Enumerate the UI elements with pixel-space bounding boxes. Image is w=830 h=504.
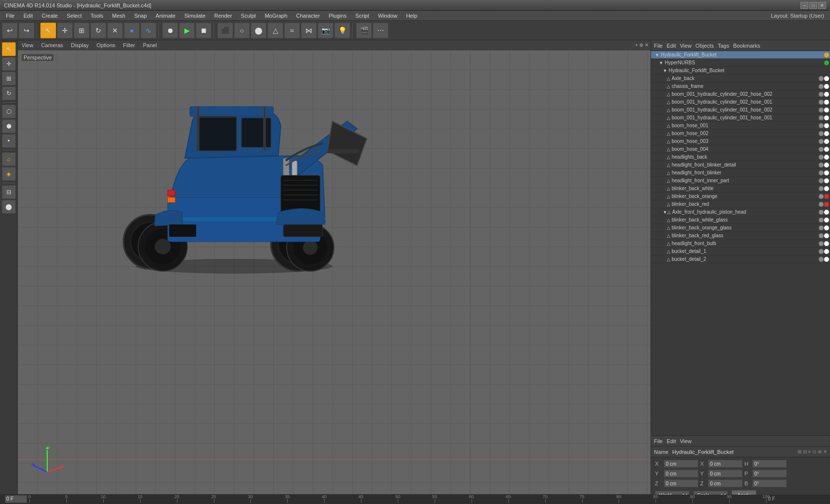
- sphere-button[interactable]: ○: [234, 23, 250, 38]
- menu-render[interactable]: Render: [210, 12, 236, 20]
- cube-button[interactable]: ⬛: [217, 23, 233, 38]
- object-tool[interactable]: ✕: [107, 23, 123, 38]
- viewport-options-menu[interactable]: Options: [94, 41, 117, 49]
- menu-tools[interactable]: Tools: [87, 12, 107, 20]
- rp-tags[interactable]: Tags: [718, 43, 729, 49]
- renderqueue-button[interactable]: ⋯: [373, 23, 388, 38]
- polygon-tool[interactable]: ⬡: [2, 105, 16, 118]
- menu-help[interactable]: Help: [402, 12, 421, 20]
- viewport-filter-menu[interactable]: Filter: [121, 41, 137, 49]
- viewport-display-menu[interactable]: Display: [69, 41, 90, 49]
- rp-file[interactable]: File: [654, 43, 663, 49]
- rb-file[interactable]: File: [654, 438, 663, 444]
- tree-bucket-detail-1[interactable]: △ bucket_detail_1: [651, 248, 830, 255]
- maximize-button[interactable]: □: [809, 2, 817, 9]
- timeline-current-frame[interactable]: [5, 495, 27, 503]
- coord-z-rot[interactable]: [708, 479, 742, 487]
- menu-file[interactable]: File: [2, 12, 19, 20]
- rp-edit[interactable]: Edit: [667, 43, 676, 49]
- menu-mograph[interactable]: MoGraph: [261, 12, 291, 20]
- tree-boom-hose-003[interactable]: △ boom_hose_003: [651, 138, 830, 145]
- close-button[interactable]: ✕: [818, 2, 826, 9]
- tree-blinker-white-glass[interactable]: △ blinker_back_white_glass: [651, 216, 830, 224]
- rotate-object-tool[interactable]: ↻: [2, 86, 16, 100]
- tree-axle-front-piston[interactable]: ▼△ Axle_front_hydraulic_piston_head: [651, 208, 830, 216]
- anim-record[interactable]: ⏺: [162, 23, 178, 38]
- coord-x-pos[interactable]: [664, 460, 698, 468]
- rp-objects[interactable]: Objects: [695, 43, 713, 49]
- tree-boom-hose-004[interactable]: △ boom_hose_004: [651, 145, 830, 153]
- viewport-cameras-menu[interactable]: Cameras: [39, 41, 65, 49]
- object-tree[interactable]: ▼ Hydraulic_Forklift_Bucket ▼ HyperNURBS…: [651, 51, 830, 435]
- tree-headlight-inner[interactable]: △ headlight_front_inner_part: [651, 177, 830, 185]
- move-object-tool[interactable]: ✛: [2, 57, 16, 71]
- rp-view[interactable]: View: [680, 43, 692, 49]
- tree-axle-back[interactable]: △ Axle_back: [651, 75, 830, 83]
- coord-h[interactable]: [752, 460, 787, 468]
- tree-chassis-frame[interactable]: △ chassis_frame: [651, 83, 830, 90]
- menu-select[interactable]: Select: [63, 12, 86, 20]
- menu-mesh[interactable]: Mesh: [108, 12, 129, 20]
- rotate-tool[interactable]: ↻: [90, 23, 106, 38]
- menu-simulate[interactable]: Simulate: [180, 12, 209, 20]
- tree-boom-hose-1-002[interactable]: △ boom_001_hydraulic_cylinder_001_hose_0…: [651, 106, 830, 114]
- tree-boom-hose-2-001[interactable]: △ boom_001_hydraulic_cylinder_002_hose_0…: [651, 98, 830, 106]
- texture-tool[interactable]: ⬤: [2, 200, 16, 214]
- deformer-button[interactable]: ⋈: [301, 23, 317, 38]
- cursor-tool[interactable]: ↖: [40, 23, 56, 38]
- tree-bucket-detail-2[interactable]: △ bucket_detail_2: [651, 255, 830, 263]
- brush-tool[interactable]: ◈: [2, 167, 16, 181]
- cone-button[interactable]: △: [267, 23, 283, 38]
- point-tool[interactable]: •: [2, 134, 16, 148]
- spline-tool[interactable]: ∿: [141, 23, 156, 38]
- coord-p[interactable]: [752, 470, 787, 477]
- menu-script[interactable]: Script: [352, 12, 373, 20]
- scale-object-tool[interactable]: ⊞: [2, 72, 16, 85]
- tree-boom-hose-001[interactable]: △ boom_hose_001: [651, 122, 830, 130]
- tree-blinker-back-red[interactable]: △ blinker_back_red: [651, 200, 830, 208]
- menu-edit[interactable]: Edit: [20, 12, 37, 20]
- coord-b[interactable]: [752, 479, 787, 487]
- menu-character[interactable]: Character: [292, 12, 324, 20]
- tree-blinker-orange-glass[interactable]: △ blinker_back_orange_glass: [651, 224, 830, 232]
- tree-hypernurbs[interactable]: ▼ HyperNURBS: [651, 59, 830, 67]
- tree-headlight-front-bulb[interactable]: △ headlight_front_bulb: [651, 240, 830, 248]
- menu-plugins[interactable]: Plugins: [325, 12, 351, 20]
- edge-tool[interactable]: ⬢: [2, 119, 16, 133]
- coord-y-rot[interactable]: [708, 470, 742, 477]
- move-tool[interactable]: ✛: [57, 23, 73, 38]
- camera-button[interactable]: 📷: [318, 23, 333, 38]
- menu-snap[interactable]: Snap: [130, 12, 151, 20]
- coord-y-pos[interactable]: [664, 470, 698, 477]
- tree-headlight-front-blinker-detail[interactable]: △ headlight_front_blinker_detail: [651, 161, 830, 169]
- tree-blinker-back-orange[interactable]: △ blinker_back_orange: [651, 193, 830, 200]
- tree-headlights-back[interactable]: △ headlights_back: [651, 153, 830, 161]
- menu-animate[interactable]: Animate: [152, 12, 179, 20]
- component-tool[interactable]: ●: [124, 23, 140, 38]
- tree-headlight-front-blinker[interactable]: △ headlight_front_blinker: [651, 169, 830, 177]
- tree-root[interactable]: ▼ Hydraulic_Forklift_Bucket: [651, 51, 830, 59]
- minimize-button[interactable]: ─: [800, 2, 808, 9]
- menu-window[interactable]: Window: [374, 12, 401, 20]
- grid-tool[interactable]: ⊟: [2, 185, 16, 199]
- coord-x-rot[interactable]: [708, 460, 742, 468]
- scale-tool[interactable]: ⊞: [74, 23, 89, 38]
- redo-button[interactable]: ↪: [19, 23, 34, 38]
- rp-bookmarks[interactable]: Bookmarks: [733, 43, 760, 49]
- menu-sculpt[interactable]: Sculpt: [237, 12, 260, 20]
- coord-z-pos[interactable]: [664, 479, 698, 487]
- rb-view[interactable]: View: [680, 438, 692, 444]
- tree-boom-hose-002[interactable]: △ boom_hose_002: [651, 130, 830, 138]
- viewport-panel-menu[interactable]: Panel: [141, 41, 159, 49]
- tree-boom-hose-1-001[interactable]: △ boom_001_hydraulic_cylinder_001_hose_0…: [651, 114, 830, 122]
- tree-forklift-bucket[interactable]: ▼ Hydraulic_Forklift_Bucket: [651, 67, 830, 75]
- nurbs-button[interactable]: ≈: [284, 23, 300, 38]
- menu-create[interactable]: Create: [38, 12, 62, 20]
- tree-blinker-back-white[interactable]: △ blinker_back_white: [651, 185, 830, 193]
- anim-stop[interactable]: ⏹: [196, 23, 211, 38]
- window-controls[interactable]: ─ □ ✕: [800, 2, 826, 9]
- knife-tool[interactable]: ⌂: [2, 152, 16, 166]
- cylinder-button[interactable]: ⬤: [251, 23, 267, 38]
- tree-boom-hose-2-002[interactable]: △ boom_001_hydraulic_cylinder_002_hose_0…: [651, 90, 830, 98]
- viewport-canvas[interactable]: Perspective: [18, 50, 651, 494]
